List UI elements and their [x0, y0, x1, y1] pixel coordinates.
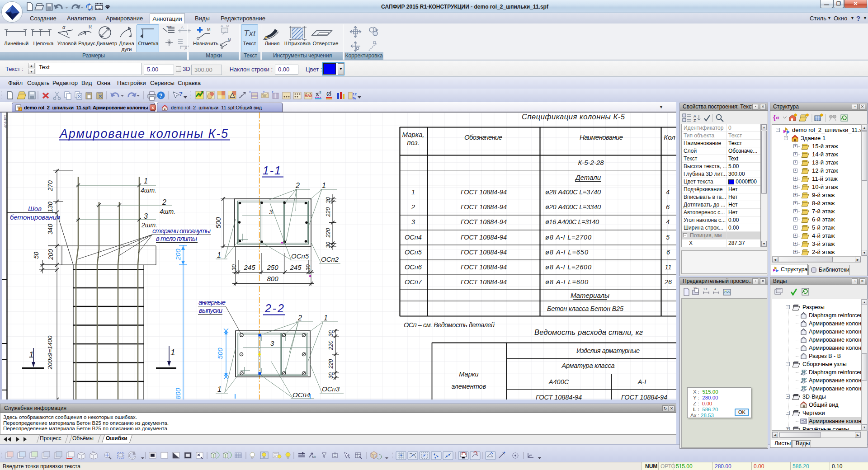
svg-text:Материалы: Материалы: [571, 291, 609, 299]
svg-text:6: 6: [666, 203, 670, 211]
svg-text:Детали: Детали: [575, 174, 601, 181]
svg-text:z: z: [272, 90, 274, 94]
svg-text:Ведомость расхода стали, кг: Ведомость расхода стали, кг: [534, 328, 643, 336]
svg-text:250: 250: [266, 263, 278, 271]
svg-text:ОСп5: ОСп5: [405, 249, 422, 256]
svg-text:в тело плиты: в тело плиты: [156, 235, 197, 242]
svg-text:220: 220: [328, 341, 334, 351]
svg-text:Z: Z: [693, 118, 696, 123]
svg-text:245: 245: [243, 263, 255, 271]
svg-text:анкерные: анкерные: [198, 298, 226, 306]
svg-text:ГОСТ 10884-94: ГОСТ 10884-94: [461, 278, 507, 286]
svg-text:2: 2: [162, 198, 166, 206]
svg-text:1: 1: [411, 188, 415, 196]
svg-text:MAX: MAX: [305, 94, 312, 98]
svg-text:Армирование колонны К-5: Армирование колонны К-5: [59, 127, 228, 141]
svg-text:Кол: Кол: [664, 133, 675, 141]
svg-text:30: 30: [328, 372, 334, 379]
svg-text:1: 1: [217, 251, 221, 259]
svg-text:стержни отогнуты: стержни отогнуты: [152, 227, 211, 235]
svg-text:220: 220: [325, 228, 331, 238]
svg-text:ø8 А-I L=650: ø8 А-I L=650: [545, 249, 588, 256]
svg-text:Наименование: Наименование: [580, 133, 623, 141]
svg-text:1: 1: [29, 350, 34, 359]
svg-text:1-1: 1-1: [263, 164, 281, 177]
svg-text:A: A: [221, 24, 223, 28]
svg-text:220: 220: [325, 207, 331, 217]
svg-text:340: 340: [47, 224, 54, 235]
svg-text:ОСп3: ОСп3: [322, 385, 340, 393]
svg-text:элементов: элементов: [452, 383, 486, 390]
svg-text:ОСп6: ОСп6: [405, 263, 422, 271]
svg-text:1: 1: [324, 314, 328, 322]
svg-text:6: 6: [666, 249, 670, 256]
svg-text:30: 30: [328, 330, 334, 337]
svg-text:ОСп4: ОСп4: [405, 234, 422, 241]
svg-text:{«: {«: [773, 113, 779, 121]
svg-text:✱: ✱: [794, 113, 797, 118]
svg-text:11: 11: [665, 263, 671, 271]
svg-text:500: 500: [214, 217, 222, 229]
svg-text:✱: ✱: [820, 113, 824, 118]
svg-text:245: 245: [289, 263, 302, 271]
svg-text:К-5-2-28: К-5-2-28: [578, 159, 604, 166]
svg-text:800: 800: [174, 388, 182, 400]
svg-text:Арматура класса: Арматура класса: [561, 362, 615, 369]
svg-text:ø8 А-I L=2700: ø8 А-I L=2700: [545, 234, 591, 241]
svg-text:M: M: [228, 38, 231, 42]
svg-text:ГОСТ 10884-94: ГОСТ 10884-94: [461, 188, 507, 196]
svg-text:✱: ✱: [806, 113, 809, 118]
svg-text:M: M: [207, 27, 211, 32]
svg-text:Марка,: Марка,: [402, 131, 425, 138]
svg-text:2: 2: [297, 314, 302, 322]
svg-text:!: !: [19, 108, 20, 111]
svg-text:TXT: TXT: [166, 26, 172, 28]
svg-text:Спецификация колонны К-5: Спецификация колонны К-5: [522, 113, 625, 121]
svg-text:ø8 А-I L=600: ø8 А-I L=600: [545, 278, 588, 286]
svg-text:500: 500: [216, 348, 224, 359]
svg-text:ø8 А-I L=2600: ø8 А-I L=2600: [545, 263, 591, 271]
svg-text:270: 270: [47, 180, 54, 192]
svg-text:A: A: [714, 288, 716, 291]
svg-text:поз.: поз.: [407, 139, 420, 146]
svg-text:R: R: [89, 24, 92, 29]
svg-text:?: ?: [179, 90, 183, 97]
svg-text:5: 5: [666, 234, 670, 241]
svg-text:ОСп7: ОСп7: [405, 278, 422, 286]
svg-text:12: 12: [353, 92, 357, 96]
svg-text:ОСп5: ОСп5: [291, 252, 309, 260]
svg-text:3: 3: [144, 212, 148, 220]
svg-text:Ø: Ø: [326, 90, 331, 98]
svg-text:1: 1: [144, 177, 148, 185]
svg-text:50: 50: [33, 252, 40, 259]
svg-text:x: x: [249, 90, 251, 94]
svg-text:4: 4: [666, 218, 670, 226]
svg-text:130: 130: [47, 202, 54, 212]
svg-text:30: 30: [325, 242, 331, 248]
svg-text:200: 200: [47, 249, 54, 260]
svg-text:№: №: [312, 455, 316, 459]
svg-text:А-I: А-I: [637, 378, 646, 385]
svg-text:ГОСТ 10884-94: ГОСТ 10884-94: [461, 263, 507, 271]
svg-text:Y: Y: [263, 90, 265, 94]
svg-text:Обозначение: Обозначение: [464, 133, 502, 141]
svg-text:4шт.: 4шт.: [141, 187, 156, 194]
svg-text:ø20 А400С L=3340: ø20 А400С L=3340: [545, 203, 601, 211]
svg-text:Бетон класса Бетон В25: Бетон класса Бетон В25: [547, 305, 624, 312]
svg-text:Шов: Шов: [28, 205, 42, 212]
svg-text:200: 200: [174, 249, 182, 261]
svg-text:800: 800: [267, 275, 278, 282]
svg-text:1: 1: [170, 348, 175, 357]
svg-text:САПФИР: САПФИР: [4, 115, 7, 128]
svg-text:ø16 А400С L=3140: ø16 А400С L=3140: [545, 218, 599, 226]
svg-text:1.2: 1.2: [703, 288, 708, 291]
svg-text:ГОСТ 10884-94: ГОСТ 10884-94: [461, 234, 507, 241]
svg-text:α: α: [62, 24, 66, 30]
svg-text:M: M: [226, 24, 229, 28]
svg-text:2: 2: [411, 203, 415, 211]
svg-text:3: 3: [270, 339, 274, 347]
svg-text:3: 3: [269, 208, 273, 216]
svg-text:30: 30: [231, 264, 237, 271]
svg-text:Txt: Txt: [244, 28, 256, 38]
svg-text:26: 26: [664, 278, 672, 286]
